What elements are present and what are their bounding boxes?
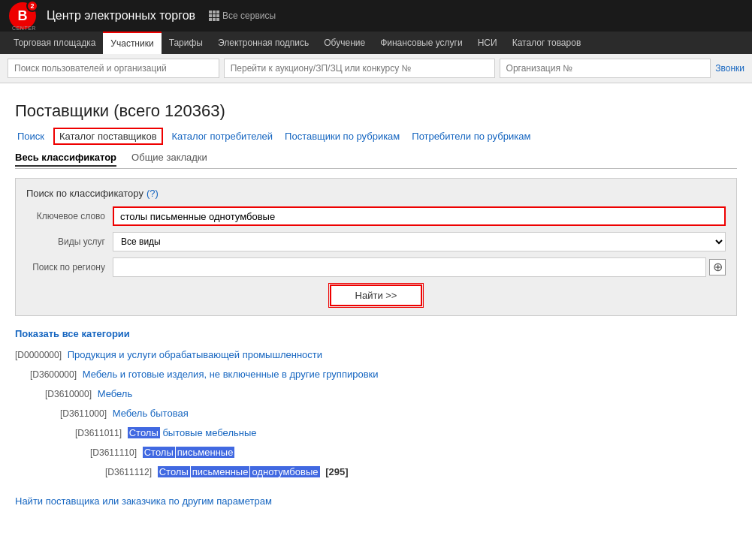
keyword-input[interactable]: [113, 206, 726, 226]
logo: B 2 CENTER: [9, 2, 39, 29]
logo-center-text: CENTER: [12, 26, 36, 31]
logo-badge-number: 2: [26, 0, 38, 12]
sub-tab-all-classifier[interactable]: Весь классификатор: [15, 152, 116, 167]
tab-search[interactable]: Поиск: [15, 130, 47, 143]
cat-rest-text: бытовые мебельные: [160, 427, 257, 438]
cat-link-d3611011[interactable]: Столы бытовые мебельные: [128, 427, 257, 438]
services-label: Все сервисы: [222, 11, 276, 21]
grid-icon: [209, 11, 219, 21]
cat-link-d3611000[interactable]: Мебель бытовая: [113, 408, 189, 419]
category-tree: [D0000000] Продукция и услуги обрабатыва…: [15, 345, 737, 482]
nav-item-catalog[interactable]: Каталог товаров: [505, 32, 589, 54]
find-button[interactable]: Найти >>: [330, 285, 423, 306]
cat-link-d3611110[interactable]: Столыписьменные: [143, 447, 235, 458]
cat-item-d0000000: [D0000000] Продукция и услуги обрабатыва…: [15, 345, 737, 365]
cat-code: [D3600000]: [30, 369, 77, 380]
tab-bar: Поиск Каталог поставщиков Каталог потреб…: [15, 128, 737, 144]
header: B 2 CENTER Центр электронных торгов Все …: [0, 0, 752, 32]
cat-code: [D3611112]: [105, 467, 152, 477]
search-bar: Звонки: [0, 54, 752, 83]
services-row: Виды услуг Все виды: [26, 232, 726, 251]
cat-item-d3600000: [D3600000] Мебель и готовые изделия, не …: [30, 365, 737, 384]
nav-item-training[interactable]: Обучение: [316, 32, 373, 54]
search-panel: Поиск по классификатору (?) Ключевое сло…: [15, 178, 737, 316]
highlight-stolы: Столы: [128, 427, 160, 438]
highlight-pismennye2: письменные: [191, 466, 250, 477]
find-button-row: Найти >>: [26, 285, 726, 306]
keyword-label: Ключевое слово: [26, 211, 113, 221]
cat-link-d3610000[interactable]: Мебель: [98, 388, 133, 399]
nav-item-nsi[interactable]: НСИ: [470, 32, 505, 54]
nav-item-tariffs[interactable]: Тарифы: [162, 32, 210, 54]
main-content: Поставщики (всего 120363) Поиск Каталог …: [0, 83, 752, 522]
navbar: Торговая площадка Участники Тарифы Элект…: [0, 32, 752, 54]
cat-code: [D3611000]: [60, 408, 107, 419]
cat-code: [D3611110]: [90, 447, 137, 458]
cat-code: [D3611011]: [75, 428, 122, 438]
search-panel-title: Поиск по классификатору (?): [26, 188, 726, 199]
cat-link-d0000000[interactable]: Продукция и услуги обрабатывающей промыш…: [68, 349, 322, 360]
cat-link-d3611112[interactable]: Столыписьменныеоднотумбовые: [158, 466, 320, 477]
page-title: Поставщики (всего 120363): [15, 101, 737, 121]
tab-consumer-catalog[interactable]: Каталог потребителей: [170, 130, 276, 143]
cat-code: [D0000000]: [15, 350, 62, 360]
cat-item-d3610000: [D3610000] Мебель: [45, 384, 737, 404]
cat-count: [295]: [325, 466, 348, 477]
services-label: Виды услуг: [26, 236, 113, 247]
cat-item-d3611000: [D3611000] Мебель бытовая: [60, 404, 737, 423]
auction-search-input[interactable]: [224, 59, 495, 78]
region-input[interactable]: [113, 257, 706, 277]
keyword-row: Ключевое слово: [26, 206, 726, 226]
calls-link[interactable]: Звонки: [715, 63, 744, 74]
logo-letter: B: [18, 8, 28, 24]
services-select[interactable]: Все виды: [113, 232, 726, 251]
region-add-button[interactable]: ⊕: [709, 259, 726, 275]
highlight-stoly2: Столы: [158, 466, 190, 477]
sub-tab-bar: Весь классификатор Общие закладки: [15, 152, 737, 169]
user-search-input[interactable]: [8, 59, 219, 78]
highlight-stoly: Столы: [143, 447, 175, 458]
highlight-pismennye: письменные: [176, 447, 235, 458]
nav-item-marketplace[interactable]: Торговая площадка: [6, 32, 103, 54]
sub-tab-bookmarks[interactable]: Общие закладки: [131, 152, 207, 167]
cat-item-d3611011: [D3611011] Столы бытовые мебельные: [75, 423, 737, 443]
tab-suppliers-by-category[interactable]: Поставщики по рубрикам: [282, 130, 402, 143]
tab-consumers-by-category[interactable]: Потребители по рубрикам: [409, 130, 533, 143]
show-all-categories-link[interactable]: Показать все категории: [15, 328, 737, 339]
find-other-params-link[interactable]: Найти поставщика или заказчика по другим…: [15, 495, 737, 507]
services-link[interactable]: Все сервисы: [209, 11, 276, 21]
cat-link-d3600000[interactable]: Мебель и готовые изделия, не включенные …: [83, 369, 379, 380]
nav-item-participants[interactable]: Участники: [103, 32, 161, 54]
region-row: Поиск по региону ⊕: [26, 257, 726, 277]
highlight-odnotumb: однотумбовые: [250, 466, 319, 477]
header-title: Центр электронных торгов: [47, 9, 195, 23]
cat-code: [D3610000]: [45, 389, 92, 399]
cat-item-d3611112: [D3611112] Столыписьменныеоднотумбовые […: [105, 462, 737, 482]
region-label: Поиск по региону: [26, 262, 113, 272]
help-icon[interactable]: (?): [146, 188, 159, 199]
nav-item-esignature[interactable]: Электронная подпись: [210, 32, 316, 54]
cat-item-d3611110: [D3611110] Столыписьменные: [90, 443, 737, 462]
org-search-input[interactable]: [500, 59, 711, 78]
nav-item-financial[interactable]: Финансовые услуги: [373, 32, 470, 54]
tab-supplier-catalog[interactable]: Каталог поставщиков: [54, 128, 162, 144]
